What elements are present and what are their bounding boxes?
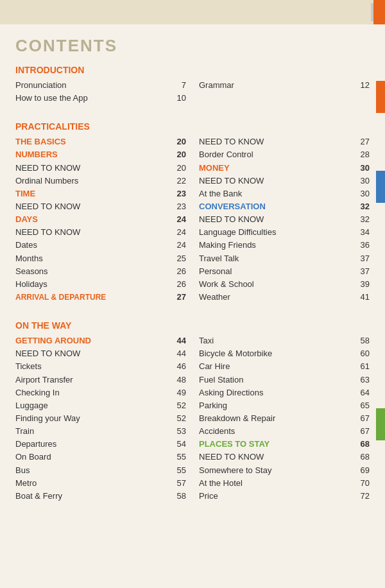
toc-row-travel: Travel Talk 37 (199, 252, 370, 265)
toc-label-airport: Airport Transfer (15, 374, 73, 386)
toc-label-travel: Travel Talk (199, 252, 239, 265)
practicalities-left: THE BASICS 20 NUMBERS 20 NEED TO KNOW 20… (15, 135, 193, 304)
toc-row-time: TIME 23 (15, 187, 186, 200)
toc-label-carhire: Car Hire (199, 360, 230, 373)
toc-num-asking: 64 (354, 386, 370, 399)
toc-num-taxi: 58 (354, 334, 370, 347)
toc-num-weather: 41 (354, 291, 370, 304)
introduction-rows: Pronunciation 7 How to use the App 10 Gr… (15, 79, 370, 105)
toc-num-ntk3: 24 (171, 226, 186, 239)
toc-label-getting-around: GETTING AROUND (15, 334, 91, 347)
toc-label-dates: Dates (15, 239, 37, 252)
main-content: CONTENTS INTRODUCTION Pronunciation 7 Ho… (0, 24, 385, 514)
toc-num-somewhere: 69 (354, 464, 370, 477)
toc-num-price: 72 (354, 490, 370, 503)
toc-row-onboard: On Board 55 (15, 451, 186, 463)
toc-num-bicycle: 60 (354, 347, 370, 360)
toc-label-conversation: CONVERSATION (199, 200, 266, 213)
toc-label-luggage: Luggage (15, 399, 48, 412)
toc-label-finding: Finding your Way (15, 412, 80, 425)
toc-row-ntk3: NEED TO KNOW 24 (15, 226, 186, 239)
toc-row-airport: Airport Transfer 48 (15, 374, 186, 386)
toc-num-holidays: 26 (171, 278, 186, 291)
toc-label-bicycle: Bicycle & Motorbike (199, 347, 272, 360)
toc-label-ntk3: NEED TO KNOW (15, 226, 80, 239)
toc-label-arrival: ARRIVAL & DEPARTURE (15, 291, 106, 304)
toc-row-grammar: Grammar 12 (199, 79, 370, 92)
toc-label-bank: At the Bank (199, 187, 242, 200)
toc-row-border: Border Control 28 (199, 148, 370, 161)
side-tab-on-the-way (376, 408, 385, 440)
toc-label-metro: Metro (15, 477, 37, 490)
toc-row-ntk-r3: NEED TO KNOW 32 (199, 213, 370, 226)
toc-label-ntk-r2: NEED TO KNOW (199, 175, 264, 187)
toc-row-numbers: NUMBERS 20 (15, 148, 186, 161)
toc-num-ntk-ow1: 44 (171, 347, 186, 360)
toc-label-ntk-ow2: NEED TO KNOW (199, 451, 264, 463)
toc-num-app: 10 (171, 92, 186, 105)
toc-num-ntk-ow2: 68 (354, 451, 370, 463)
toc-label-days: DAYS (15, 213, 38, 226)
toc-row-metro: Metro 57 (15, 477, 186, 490)
toc-row-bicycle: Bicycle & Motorbike 60 (199, 347, 370, 360)
toc-row-luggage: Luggage 52 (15, 399, 186, 412)
toc-num-money: 30 (354, 162, 370, 175)
toc-num-train: 53 (171, 425, 186, 438)
toc-num-finding: 52 (171, 412, 186, 425)
toc-row-bus: Bus 55 (15, 464, 186, 477)
on-the-way-right: Taxi 58 Bicycle & Motorbike 60 Car Hire … (193, 334, 370, 503)
toc-row-holidays: Holidays 26 (15, 278, 186, 291)
toc-row-tickets: Tickets 46 (15, 360, 186, 373)
toc-label-months: Months (15, 252, 43, 265)
toc-label-fuel: Fuel Station (199, 374, 243, 386)
toc-row-ntk2: NEED TO KNOW 23 (15, 200, 186, 213)
toc-num-bank: 30 (354, 187, 370, 200)
toc-label-checkin: Checking In (15, 386, 60, 399)
toc-label-bus: Bus (15, 464, 30, 477)
introduction-left: Pronunciation 7 How to use the App 10 (15, 79, 186, 105)
toc-num-ordinal: 22 (171, 175, 186, 187)
toc-label-taxi: Taxi (199, 334, 214, 347)
toc-label-tickets: Tickets (15, 360, 42, 373)
toc-num-ntk1: 20 (171, 162, 186, 175)
toc-row-work: Work & School 39 (199, 278, 370, 291)
toc-row-checkin: Checking In 49 (15, 386, 186, 399)
header-tab-orange (373, 0, 385, 24)
toc-label-app: How to use the App (15, 92, 88, 105)
toc-label-friends: Making Friends (199, 239, 256, 252)
toc-row-dates: Dates 24 (15, 239, 186, 252)
toc-label-ntk-r1: NEED TO KNOW (199, 135, 264, 148)
toc-label-basics: THE BASICS (15, 135, 66, 148)
toc-row-departures: Departures 54 (15, 438, 186, 451)
toc-num-seasons: 26 (171, 265, 186, 278)
toc-num-pronunciation: 7 (171, 79, 186, 92)
page-header: 3 (0, 0, 385, 24)
gap1 (15, 105, 370, 115)
side-tab-introduction (376, 81, 385, 113)
toc-label-grammar: Grammar (199, 79, 234, 92)
toc-label-weather: Weather (199, 291, 230, 304)
toc-label-onboard: On Board (15, 451, 51, 463)
toc-num-bus: 55 (171, 464, 186, 477)
on-the-way-left: GETTING AROUND 44 NEED TO KNOW 44 Ticket… (15, 334, 193, 503)
toc-row-friends: Making Friends 36 (199, 239, 370, 252)
toc-label-numbers: NUMBERS (15, 148, 58, 161)
toc-row-getting-around: GETTING AROUND 44 (15, 334, 186, 347)
toc-label-ntk-r3: NEED TO KNOW (199, 213, 264, 226)
toc-num-places: 68 (354, 438, 370, 451)
practicalities-heading: PRACTICALITIES (15, 121, 370, 132)
toc-num-langdiff: 34 (354, 226, 370, 239)
toc-num-checkin: 49 (171, 386, 186, 399)
toc-num-ntk-r1: 27 (354, 135, 370, 148)
toc-row-bank: At the Bank 30 (199, 187, 370, 200)
practicalities-cols: THE BASICS 20 NUMBERS 20 NEED TO KNOW 20… (15, 135, 370, 304)
toc-row-price: Price 72 (199, 490, 370, 503)
toc-label-somewhere: Somewhere to Stay (199, 464, 271, 477)
toc-num-work: 39 (354, 278, 370, 291)
toc-num-parking: 65 (354, 399, 370, 412)
toc-row-places: PLACES TO STAY 68 (199, 438, 370, 451)
on-the-way-cols: GETTING AROUND 44 NEED TO KNOW 44 Ticket… (15, 334, 370, 503)
toc-num-breakdown: 67 (354, 412, 370, 425)
toc-label-holidays: Holidays (15, 278, 47, 291)
toc-num-border: 28 (354, 148, 370, 161)
